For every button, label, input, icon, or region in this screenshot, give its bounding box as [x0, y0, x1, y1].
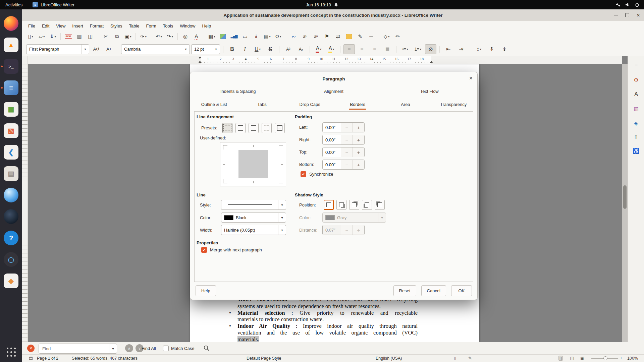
tab-outline-list[interactable]: Outline & List	[190, 98, 238, 111]
export-pdf-icon[interactable]: PDF	[63, 32, 73, 41]
show-applications-button[interactable]	[4, 345, 18, 359]
padding-top-spinbox[interactable]: 0.00″ − +	[322, 147, 365, 157]
zoom-out-icon[interactable]: −	[587, 356, 589, 361]
decrease-indent-icon[interactable]: ⇤	[443, 44, 454, 54]
zoom-slider-thumb[interactable]	[603, 356, 607, 360]
padding-left-spinbox[interactable]: 0.00″ − +	[322, 122, 365, 132]
increase-indent-icon[interactable]: ⇥	[455, 44, 467, 54]
close-find-bar-button[interactable]: ×	[27, 345, 35, 352]
open-icon[interactable]: ▱▾	[37, 32, 47, 41]
vertical-scrollbar[interactable]	[622, 64, 628, 342]
new-paragraph-style-icon[interactable]: A+	[103, 44, 115, 54]
tab-drop-caps[interactable]: Drop Caps	[286, 98, 334, 111]
text-language[interactable]: English (USA)	[376, 356, 402, 361]
padding-top-value[interactable]: 0.00″	[323, 147, 341, 157]
insert-special-character-dropdown[interactable]: ▾	[280, 35, 281, 38]
preset-top-and-bottom[interactable]	[249, 123, 259, 133]
ok-button[interactable]: OK	[451, 285, 472, 296]
no-list-icon[interactable]: ⊘	[425, 44, 436, 54]
highlight-color-dropdown[interactable]: ▾	[333, 48, 334, 51]
line-color-dropdown-arrow[interactable]: ▾	[278, 213, 286, 222]
italic-icon[interactable]: I	[239, 44, 251, 54]
shadow-position-top-right[interactable]	[349, 200, 359, 210]
padding-bottom-value[interactable]: 0.00″	[323, 160, 341, 169]
underline-icon[interactable]: U▾	[252, 44, 263, 54]
save-icon[interactable]: ⇓▾	[48, 32, 58, 41]
undo-icon[interactable]: ↶▾	[154, 32, 164, 41]
preset-box[interactable]	[235, 123, 246, 133]
clone-formatting-dropdown[interactable]: ▾	[145, 35, 147, 38]
superscript-icon[interactable]: A²	[282, 44, 294, 54]
insert-cross-reference-icon[interactable]: ⇄	[333, 32, 343, 41]
page-count[interactable]: Page 1 of 2	[37, 356, 58, 361]
insert-table-dropdown[interactable]: ▾	[214, 35, 215, 38]
padding-bottom-increase-button[interactable]: +	[353, 160, 364, 169]
properties-icon[interactable]: ⚙	[631, 74, 642, 85]
highlight-color-icon[interactable]: A▾	[326, 44, 337, 54]
line-color-dropdown[interactable]: Black ▾	[221, 213, 286, 223]
word-count[interactable]: Selected: 65 words, 467 characters	[72, 356, 138, 361]
sidebar-settings-icon[interactable]: ≡	[631, 60, 642, 70]
reset-button[interactable]: Reset	[393, 285, 416, 296]
focused-app-menu[interactable]: ≡ LibreOffice Writer	[33, 2, 74, 7]
insert-bookmark-icon[interactable]: ⚑	[322, 32, 332, 41]
unordered-list-dropdown[interactable]: ▾	[407, 48, 408, 51]
print-icon[interactable]: ▥	[74, 32, 85, 41]
synchronize-checkbox[interactable]: ✓ Synchronize	[301, 171, 333, 177]
tab-text-flow[interactable]: Text Flow	[382, 85, 477, 98]
insert-endnote-icon[interactable]: aⁿ	[311, 32, 321, 41]
document-line[interactable]: systems are used to reduce dependence on…	[228, 303, 418, 310]
insert-chart-icon[interactable]: ▂▅▇	[229, 32, 239, 41]
calc-icon[interactable]: ▦	[0, 99, 22, 120]
find-all-button[interactable]: Find All	[142, 346, 156, 351]
find-input[interactable]: ▾	[39, 344, 117, 354]
preset-top-bottom-middle[interactable]	[275, 123, 285, 133]
underline-dropdown[interactable]: ▾	[259, 48, 261, 51]
zoom-slider[interactable]	[591, 358, 618, 359]
tab-area[interactable]: Area	[382, 98, 430, 111]
page-style[interactable]: Default Page Style	[247, 356, 281, 361]
menu-tools[interactable]: Tools	[160, 23, 176, 28]
padding-bottom-spinbox[interactable]: 0.00″ − +	[322, 160, 365, 170]
tab-alignment[interactable]: Alignment	[286, 85, 381, 98]
styles-icon[interactable]: A	[631, 89, 642, 100]
page-deck-icon[interactable]: ▯	[631, 131, 642, 142]
align-center-icon[interactable]: ≡	[356, 44, 368, 54]
ordered-list-icon[interactable]: 1≡▾	[412, 44, 424, 54]
paragraph-style-dropdown[interactable]: ▾	[81, 45, 89, 54]
impress-icon[interactable]: ▧	[0, 120, 22, 141]
firefox-icon[interactable]	[0, 13, 22, 34]
find-text-field[interactable]	[42, 346, 106, 352]
font-name-dropdown[interactable]: ▾	[182, 45, 190, 54]
undo-dropdown[interactable]: ▾	[161, 35, 162, 38]
find-history-dropdown[interactable]: ▾	[109, 344, 117, 353]
padding-right-spinbox[interactable]: 0.00″ − +	[322, 135, 365, 145]
paste-icon[interactable]: ▣▾	[123, 32, 133, 41]
match-case-checkbox[interactable]	[163, 346, 169, 351]
padding-left-increase-button[interactable]: +	[353, 123, 364, 132]
horizontal-line-icon[interactable]: ─	[366, 32, 376, 41]
spelling-icon[interactable]: A	[191, 32, 202, 41]
menu-format[interactable]: Format	[87, 23, 107, 28]
line-width-dropdown-arrow[interactable]: ▾	[278, 225, 286, 235]
font-size-dropdown[interactable]: ▾	[212, 45, 220, 54]
user-defined-border-editor[interactable]	[220, 142, 286, 186]
padding-top-decrease-button[interactable]: −	[341, 147, 353, 157]
system-status-area[interactable]	[616, 0, 639, 9]
align-justify-icon[interactable]: ≣	[382, 44, 393, 54]
minimize-button[interactable]	[614, 15, 618, 15]
line-style-dropdown-arrow[interactable]: ▾	[278, 200, 286, 209]
left-indent-marker[interactable]	[199, 61, 201, 63]
insert-hyperlink-icon[interactable]: ∾	[288, 32, 299, 41]
cut-icon[interactable]: ✂	[101, 32, 111, 41]
dialog-close-button[interactable]: ×	[469, 75, 473, 81]
files-icon[interactable]: ▤	[0, 163, 22, 184]
shadow-position-bottom-right[interactable]	[336, 200, 346, 210]
redo-dropdown[interactable]: ▾	[172, 35, 173, 38]
tab-transparency[interactable]: Transparency	[429, 98, 477, 111]
redo-icon[interactable]: ↷▾	[165, 32, 175, 41]
tab-indents-spacing[interactable]: Indents & Spacing	[190, 85, 286, 98]
gallery-icon[interactable]: ▧	[631, 103, 642, 114]
padding-bottom-decrease-button[interactable]: −	[341, 160, 353, 169]
insert-page-break-icon[interactable]: ↡	[251, 32, 261, 41]
